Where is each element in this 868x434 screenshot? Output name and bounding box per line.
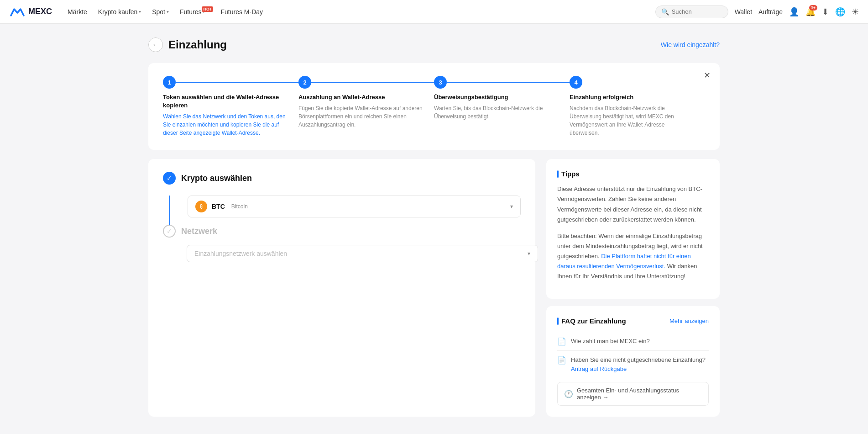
notification-btn[interactable]: 🔔 3+ xyxy=(805,7,816,17)
globe-icon: 🌐 xyxy=(835,7,845,17)
logo[interactable]: MEXC xyxy=(9,5,52,18)
network-check-icon: ✓ xyxy=(163,225,176,238)
nav-item-futures[interactable]: Futures ▾ HOT xyxy=(175,5,214,18)
tips-text-1: Diese Adresse unterstützt nur die Einzah… xyxy=(557,184,709,224)
step-3-line xyxy=(447,82,570,83)
wallet-link[interactable]: Wallet xyxy=(735,8,752,16)
coin-name: Bitcoin xyxy=(231,203,248,210)
page-title: Einzahlung xyxy=(168,38,227,51)
hot-badge: HOT xyxy=(202,6,213,12)
step-3-circle: 3 xyxy=(434,76,447,89)
chevron-down-icon: ▾ xyxy=(139,9,141,14)
step-1-content: Token auswählen und die Wallet-Adresse k… xyxy=(163,93,298,137)
left-panel: ✓ Krypto auswählen ₿ BTC Bitcoin xyxy=(148,159,535,417)
chevron-down-icon: ▾ xyxy=(528,250,530,257)
crypto-check-icon: ✓ xyxy=(163,172,176,185)
tips-accent-bar xyxy=(557,170,559,178)
crypto-section-header: ✓ Krypto auswählen xyxy=(163,172,521,185)
back-button[interactable]: ← xyxy=(148,37,163,52)
step-1-circle: 1 xyxy=(163,76,176,89)
navbar: MEXC Märkte Krypto kaufen ▾ Spot ▾ Futur… xyxy=(0,0,868,24)
faq-title: FAQ zur Einzahlung xyxy=(557,317,626,325)
step-1-header: 1 xyxy=(163,76,298,89)
navbar-right: 🔍 Wallet Aufträge 👤 🔔 3+ ⬇ 🌐 ☀ xyxy=(655,5,859,18)
btc-icon: ₿ xyxy=(195,201,207,212)
faq-accent-bar xyxy=(557,318,559,325)
faq-text-1: Wie zahlt man bei MEXC ein? xyxy=(571,337,650,346)
faq-blue-link[interactable]: Antrag auf Rückgabe xyxy=(571,365,627,372)
step-1-title: Token auswählen und die Wallet-Adresse k… xyxy=(163,93,288,110)
mexc-logo-icon xyxy=(9,5,26,18)
search-icon: 🔍 xyxy=(661,8,669,16)
step-item-3: 3 Überweisungsbestätigung Warten Sie, bi… xyxy=(434,76,570,121)
steps-row: 1 Token auswählen und die Wallet-Adresse… xyxy=(163,76,705,137)
profile-icon: 👤 xyxy=(789,7,799,17)
theme-icon: ☀ xyxy=(852,7,859,17)
step-2-title: Auszahlung an Wallet-Adresse xyxy=(298,93,423,101)
clock-icon: 🕐 xyxy=(564,390,573,398)
step-2-content: Auszahlung an Wallet-Adresse Fügen Sie d… xyxy=(298,93,434,129)
orders-link[interactable]: Aufträge xyxy=(758,8,783,16)
search-box[interactable]: 🔍 xyxy=(655,5,728,18)
step-2-circle: 2 xyxy=(298,76,311,89)
step-3-header: 3 xyxy=(434,76,570,89)
step-item-1: 1 Token auswählen und die Wallet-Adresse… xyxy=(163,76,298,137)
nav-item-krypto-kaufen[interactable]: Krypto kaufen ▾ xyxy=(94,5,146,18)
faq-text-2: Haben Sie eine nicht gutgeschriebene Ein… xyxy=(571,355,706,373)
profile-icon-btn[interactable]: 👤 xyxy=(789,7,799,17)
step-item-2: 2 Auszahlung an Wallet-Adresse Fügen Sie… xyxy=(298,76,434,129)
nav-item-spot[interactable]: Spot ▾ xyxy=(147,5,173,18)
chevron-down-icon: ▾ xyxy=(167,9,169,14)
faq-doc-icon-2: 📄 xyxy=(557,356,566,365)
step-2-desc: Fügen Sie die kopierte Wallet-Adresse au… xyxy=(298,104,423,129)
page-header-left: ← Einzahlung xyxy=(148,37,227,52)
faq-status-button[interactable]: 🕐 Gesamten Ein- und Auszahlungsstatus an… xyxy=(557,382,709,406)
right-panel: Tipps Diese Adresse unterstützt nur die … xyxy=(546,159,720,417)
nav-item-futures-mday[interactable]: Futures M-Day xyxy=(216,5,267,18)
step-3-content: Überweisungsbestätigung Warten Sie, bis … xyxy=(434,93,570,121)
download-btn[interactable]: ⬇ xyxy=(822,7,829,17)
download-icon: ⬇ xyxy=(822,7,829,17)
step-4-title: Einzahlung erfolgreich xyxy=(570,93,694,101)
step-4-desc: Nachdem das Blockchain-Netzwerk die Über… xyxy=(570,104,694,137)
logo-text: MEXC xyxy=(28,7,52,16)
step-1-desc: Wählen Sie das Netzwerk und den Token au… xyxy=(163,112,288,137)
page-content: ← Einzahlung Wie wird eingezahlt? ✕ 1 To… xyxy=(137,24,731,430)
nav-item-markte[interactable]: Märkte xyxy=(63,5,92,18)
search-input[interactable] xyxy=(672,8,722,15)
step-2-line xyxy=(311,82,434,83)
steps-card: ✕ 1 Token auswählen und die Wallet-Adres… xyxy=(148,63,720,150)
step-1-line xyxy=(176,82,298,83)
step-3-desc: Warten Sie, bis das Blockchain-Netzwerk … xyxy=(434,104,559,121)
main-section: ✓ Krypto auswählen ₿ BTC Bitcoin xyxy=(148,159,720,417)
theme-btn[interactable]: ☀ xyxy=(852,7,859,17)
tips-text-2: Bitte beachten: Wenn der einmalige Einza… xyxy=(557,231,709,281)
tips-title: Tipps xyxy=(557,170,709,178)
step-2-header: 2 xyxy=(298,76,434,89)
coin-symbol: BTC xyxy=(212,203,225,210)
step-4-content: Einzahlung erfolgreich Nachdem das Block… xyxy=(570,93,705,137)
network-placeholder: Einzahlungsnetzwerk auswählen xyxy=(194,250,287,257)
faq-item-2[interactable]: 📄 Haben Sie eine nicht gutgeschriebene E… xyxy=(557,351,709,378)
faq-doc-icon-1: 📄 xyxy=(557,337,566,346)
chevron-down-icon: ▾ xyxy=(510,203,513,210)
network-select[interactable]: Einzahlungsnetzwerk auswählen ▾ xyxy=(187,245,538,262)
help-link[interactable]: Wie wird eingezahlt? xyxy=(661,41,720,48)
page-header: ← Einzahlung Wie wird eingezahlt? xyxy=(148,37,720,52)
crypto-select[interactable]: ₿ BTC Bitcoin ▾ xyxy=(188,196,521,217)
faq-status-text: Gesamten Ein- und Auszahlungsstatus anze… xyxy=(577,387,702,401)
crypto-section-title: Krypto auswählen xyxy=(181,174,252,183)
faq-card: FAQ zur Einzahlung Mehr anzeigen 📄 Wie z… xyxy=(546,306,720,417)
step-3-title: Überweisungsbestätigung xyxy=(434,93,559,101)
tips-card: Tipps Diese Adresse unterstützt nur die … xyxy=(546,159,720,299)
language-btn[interactable]: 🌐 xyxy=(835,7,845,17)
network-section-title: Netzwerk xyxy=(181,227,217,236)
faq-item-1[interactable]: 📄 Wie zahlt man bei MEXC ein? xyxy=(557,332,709,351)
arrow-left-icon: ← xyxy=(152,41,159,49)
faq-more-link[interactable]: Mehr anzeigen xyxy=(669,318,709,324)
notification-badge: 3+ xyxy=(809,5,817,11)
network-section-header: ✓ Netzwerk xyxy=(163,225,521,238)
faq-header: FAQ zur Einzahlung Mehr anzeigen xyxy=(557,317,709,325)
crypto-select-content: ₿ BTC Bitcoin xyxy=(195,201,248,212)
step-item-4: 4 Einzahlung erfolgreich Nachdem das Blo… xyxy=(570,76,705,137)
